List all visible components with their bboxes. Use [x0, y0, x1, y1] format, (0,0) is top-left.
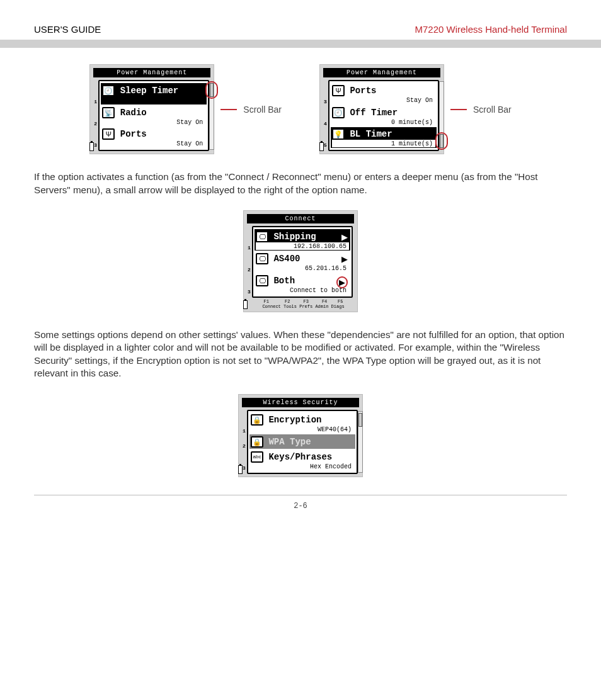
figure-row-3: Wireless Security 1 🔒 Encryption WEP40(6… — [34, 394, 567, 477]
terminal-title: Connect — [247, 214, 354, 223]
menu-item-off-timer[interactable]: 4 🕘 Off Timer 0 minute(s) — [331, 105, 437, 127]
battery-icon — [89, 142, 94, 151]
clock-icon: 🕘 — [332, 107, 345, 118]
row-number: 2 — [248, 267, 251, 273]
row-label: Keys/Phrases — [268, 452, 332, 462]
row-label: Sleep Timer — [120, 86, 178, 96]
menu-item-wpa-type: 2 🔒 WPA Type — [249, 434, 355, 449]
row-number: 4 — [324, 121, 327, 127]
page-number: 2-6 — [0, 502, 601, 511]
paragraph-1: If the option activates a function (as f… — [34, 171, 567, 196]
row-number: 2 — [94, 121, 97, 127]
arrow-icon: ▶ — [341, 254, 348, 264]
menu-item-keys-phrases[interactable]: 3 abc Keys/Phrases Hex Encoded — [249, 449, 355, 471]
server-icon: 🖵 — [256, 231, 268, 242]
row-value: Hex Encoded — [251, 463, 354, 470]
row-number: 1 — [243, 428, 246, 434]
battery-icon — [319, 142, 324, 151]
scroll-bar[interactable] — [358, 411, 363, 473]
callout-label: Scroll Bar — [243, 104, 282, 115]
row-value: 1 minute(s) — [332, 140, 435, 147]
paragraph-2: Some settings options depend on other se… — [34, 329, 567, 380]
terminal-body: 1 🕘 Sleep Timer 5 minute(s) 2 📡 Radio St… — [98, 80, 209, 151]
menu-item-encryption[interactable]: 1 🔒 Encryption WEP40(64) — [249, 413, 355, 434]
terminal-title: Power Management — [93, 68, 210, 77]
page-header: USER'S GUIDE M7220 Wireless Hand-held Te… — [0, 0, 601, 40]
row-value: Connect to both — [256, 286, 349, 294]
header-right: M7220 Wireless Hand-held Terminal — [415, 24, 568, 35]
footer-rule — [34, 495, 567, 495]
row-value: Stay On — [102, 140, 205, 147]
menu-item-bl-timer[interactable]: 5 💡 BL Timer 1 minute(s) — [331, 127, 437, 149]
terminal-wireless-security: Wireless Security 1 🔒 Encryption WEP40(6… — [238, 394, 363, 477]
usb-icon: Ψ — [332, 85, 345, 96]
terminal-body: 3 Ψ Ports Stay On 4 🕘 Off Timer 0 minute… — [328, 80, 439, 151]
usb-icon: Ψ — [102, 128, 115, 140]
lock-icon: 🔒 — [251, 436, 263, 448]
terminal-connect: Connect 1 🖵 Shipping ▶ 192.168.100.65 2 … — [243, 210, 358, 312]
row-label: WPA Type — [268, 437, 311, 447]
terminal-title: Wireless Security — [242, 398, 359, 407]
row-number: 5 — [324, 142, 327, 148]
abc-icon: abc — [251, 451, 263, 463]
menu-item-ports[interactable]: 3 Ψ Ports Stay On — [101, 127, 207, 149]
row-value: WEP40(64) — [251, 426, 354, 433]
row-label: BL Timer — [350, 129, 392, 139]
row-label: Ports — [350, 86, 376, 96]
row-value: 192.168.100.65 — [256, 242, 349, 250]
row-number: 1 — [248, 245, 251, 251]
lock-icon: 🔒 — [251, 414, 263, 426]
row-label: Both — [273, 276, 295, 286]
row-value: 0 minute(s) — [332, 118, 435, 126]
row-label: Ports — [120, 129, 147, 139]
menu-item-both[interactable]: 3 🖵 Both ▶ Connect to both — [255, 273, 350, 295]
header-left: USER'S GUIDE — [34, 24, 101, 35]
row-value: 65.201.16.5 — [256, 264, 349, 272]
menu-item-sleep-timer[interactable]: 1 🕘 Sleep Timer 5 minute(s) — [101, 83, 207, 104]
figure-row-1: Power Management 1 🕘 Sleep Timer 5 minut… — [34, 64, 567, 154]
row-label: Radio — [120, 108, 147, 118]
arrow-icon: ▶ — [341, 232, 348, 242]
terminal-pm1: Power Management 1 🕘 Sleep Timer 5 minut… — [89, 64, 214, 154]
terminal-title: Power Management — [323, 68, 440, 77]
row-number: 1 — [94, 99, 97, 104]
servers-icon: 🖵 — [256, 275, 268, 286]
scroll-thumb[interactable] — [358, 413, 362, 427]
clock-icon: 🕘 — [102, 85, 115, 96]
radio-icon: 📡 — [102, 107, 115, 118]
header-bar — [0, 40, 601, 48]
terminal-pm2: Power Management 3 Ψ Ports Stay On 4 🕘 O… — [319, 64, 444, 154]
row-value: Stay On — [332, 96, 435, 104]
terminal-pm1-wrap: Power Management 1 🕘 Sleep Timer 5 minut… — [89, 64, 282, 154]
row-label: AS400 — [273, 254, 300, 264]
battery-icon — [238, 465, 243, 474]
terminal-body: 1 🔒 Encryption WEP40(64) 2 🔒 WPA Type 3 … — [247, 410, 358, 474]
callout-line — [450, 109, 467, 110]
menu-item-ports[interactable]: 3 Ψ Ports Stay On — [331, 83, 437, 104]
bulb-icon: 💡 — [332, 128, 345, 140]
terminal-pm2-wrap: Power Management 3 Ψ Ports Stay On 4 🕘 O… — [319, 64, 512, 154]
battery-icon — [243, 300, 248, 309]
menu-item-shipping[interactable]: 1 🖵 Shipping ▶ 192.168.100.65 — [255, 229, 350, 251]
menu-item-radio[interactable]: 2 📡 Radio Stay On — [101, 105, 207, 127]
arrow-icon: ▶ — [336, 276, 348, 288]
row-value: Stay On — [102, 118, 205, 126]
callout-circle — [205, 81, 218, 99]
figure-row-2: Connect 1 🖵 Shipping ▶ 192.168.100.65 2 … — [34, 210, 567, 312]
row-number: 3 — [324, 99, 327, 104]
row-label: Off Timer — [350, 108, 398, 118]
softkey-bar: F1 F2 F3 F4 F5 Connect Tools Prefs Admin… — [252, 299, 355, 309]
row-number: 3 — [248, 289, 251, 295]
row-number: 3 — [243, 465, 246, 471]
callout-label: Scroll Bar — [473, 104, 512, 115]
row-value: 5 minute(s) — [102, 96, 205, 104]
row-value — [251, 448, 354, 448]
menu-item-as400[interactable]: 2 🖵 AS400 ▶ 65.201.16.5 — [255, 251, 350, 273]
callout-line — [220, 109, 237, 110]
row-number: 2 — [243, 443, 246, 449]
row-label: Encryption — [268, 415, 321, 425]
terminal-body: 1 🖵 Shipping ▶ 192.168.100.65 2 🖵 AS400 … — [252, 226, 353, 297]
row-label: Shipping — [273, 232, 316, 242]
server-icon: 🖵 — [256, 253, 268, 264]
callout-circle — [435, 132, 448, 150]
